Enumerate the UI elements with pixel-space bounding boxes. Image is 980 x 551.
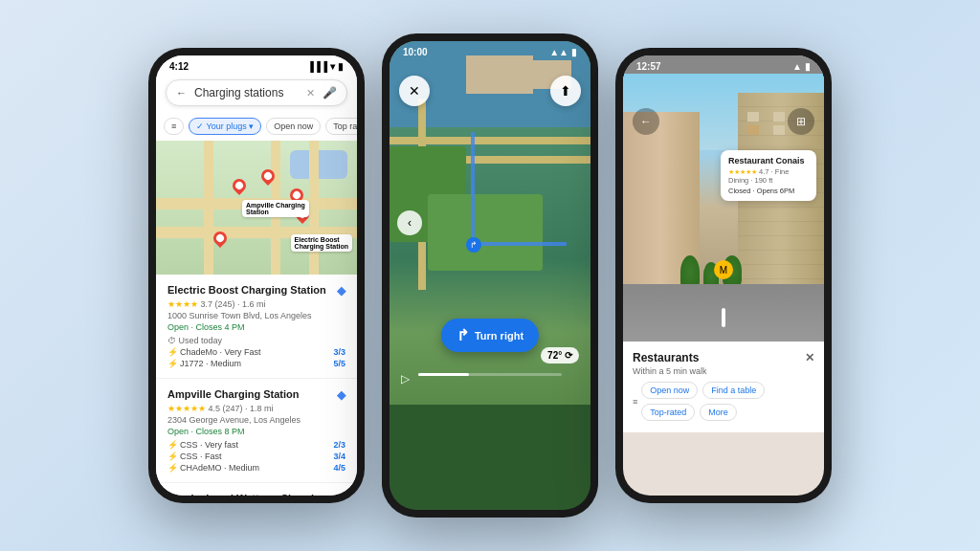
result-item-3[interactable]: Sherlock and Wattson Charging Station ◆ … — [156, 483, 357, 496]
search-text: Charging stations — [194, 86, 299, 99]
chip-top-rated[interactable]: Top-rated — [641, 404, 695, 421]
status-icons-3: ▲ ▮ — [792, 61, 811, 72]
turn-text: Turn right — [475, 330, 523, 342]
stars-1: ★★★★ — [167, 299, 198, 309]
status-bar-3: 12:57 ▲ ▮ — [623, 55, 824, 74]
result-item-2[interactable]: Ampville Charging Station ◆ ★★★★★ 4.5 (2… — [156, 379, 357, 483]
nav-route-h — [471, 242, 567, 246]
aerial-road-h2 — [466, 156, 590, 164]
charger-row-2c: ⚡CHAdeMO · Medium 4/5 — [167, 463, 345, 473]
nav-map-area[interactable]: ↱ ✕ ⬆ ‹ 72° ⟳ ↱ Turn right — [390, 41, 590, 405]
filter-icon-3: ≡ — [633, 397, 637, 407]
address-2: 2304 George Avenue, Los Angeles — [167, 415, 345, 425]
bottom-panel-subtitle: Within a 5 min walk — [633, 366, 814, 376]
filter-your-plugs[interactable]: ✓ Your plugs ▾ — [189, 118, 261, 135]
nav-share-btn[interactable]: ⬆ — [550, 76, 581, 106]
map-label-electric: Electric BoostCharging Station — [291, 234, 352, 252]
place-card-status: Closed · Opens 6PM — [728, 187, 809, 195]
status-bar-2: 10:00 ▲▲ ▮ — [390, 41, 590, 59]
result-name-3: Sherlock and Wattson Charging Station ◆ — [167, 493, 345, 496]
map-pin-1 — [230, 176, 249, 195]
bottom-chips: Open now Find a table Top-rated More — [641, 382, 814, 421]
map-road-v1 — [204, 141, 213, 275]
back-icon[interactable]: ← — [176, 87, 187, 99]
status-icons-1: ▐▐▐ ▾ ▮ — [307, 61, 344, 72]
stars-2: ★★★★★ — [167, 404, 206, 413]
used-1: ⏱ Used today — [167, 336, 345, 345]
charger-row-2b: ⚡CSS · Fast 3/4 — [167, 452, 345, 461]
place-card[interactable]: Restaurant Conais ★★★★★ 4.7 · Fine Dinin… — [721, 150, 816, 201]
chip-more[interactable]: More — [700, 404, 737, 421]
route-turn-marker: ↱ — [466, 237, 481, 253]
charger-row-2a: ⚡CSS · Very fast 2/3 — [167, 440, 345, 450]
nav-prev-btn[interactable]: ‹ — [397, 210, 422, 235]
ev-icon-1: ◆ — [337, 284, 345, 298]
street-view-area[interactable]: ← ⊞ M Restaurant Conais ★★★★★ 4.7 · Fine… — [623, 74, 824, 342]
clear-icon[interactable]: ✕ — [306, 87, 315, 99]
wifi-icon-3: ▲ — [792, 61, 802, 72]
search-bar[interactable]: ← Charging stations ✕ 🎤 — [166, 79, 347, 106]
status-bar-1: 4:12 ▐▐▐ ▾ ▮ — [156, 55, 357, 74]
battery-icon-3: ▮ — [805, 61, 811, 72]
ev-icon-3: ◆ — [337, 493, 345, 496]
phones-container: 4:12 ▐▐▐ ▾ ▮ ← Charging stations ✕ 🎤 ≡ — [148, 33, 832, 518]
chip-open-now[interactable]: Open now — [641, 382, 698, 399]
nav-close-btn[interactable]: ✕ — [399, 76, 430, 106]
phone-3: 12:57 ▲ ▮ — [615, 48, 832, 503]
result-meta-2: ★★★★★ 4.5 (247) · 1.8 mi — [167, 404, 345, 413]
time-2: 10:00 — [403, 47, 428, 57]
nav-progress-bar — [418, 373, 562, 376]
filter-bar: ≡ ✓ Your plugs ▾ Open now Top rated — [156, 114, 357, 141]
bottom-panel: Restaurants ✕ Within a 5 min walk ≡ Open… — [623, 342, 824, 432]
charger-row-1b: ⚡J1772 · Medium 5/5 — [167, 359, 345, 368]
panel-close-btn[interactable]: ✕ — [805, 351, 814, 364]
filter-open-now[interactable]: Open now — [266, 118, 321, 135]
nav-play-btn[interactable]: ▷ — [401, 372, 410, 386]
sv-road — [623, 284, 824, 342]
place-card-title: Restaurant Conais — [728, 156, 809, 165]
green-area-2 — [428, 194, 543, 271]
map-area-1[interactable]: Ampville ChargingStation Electric BoostC… — [156, 141, 357, 275]
sv-expand-btn[interactable]: ⊞ — [788, 108, 814, 135]
result-name-1: Electric Boost Charging Station ◆ — [167, 284, 345, 298]
wifi-icon-2: ▲▲ — [549, 47, 568, 57]
results-list: Electric Boost Charging Station ◆ ★★★★ 3… — [156, 275, 357, 496]
battery-icon-2: ▮ — [571, 47, 577, 57]
result-meta-1: ★★★★ 3.7 (245) · 1.6 mi — [167, 299, 345, 309]
place-card-meta: ★★★★★ 4.7 · Fine Dining · 190 ft — [728, 167, 809, 185]
map-water — [290, 150, 347, 179]
map-road-v3 — [309, 141, 319, 275]
turn-arrow-icon: ↱ — [457, 326, 469, 344]
bottom-panel-title: Restaurants ✕ — [633, 351, 814, 364]
phone-1: 4:12 ▐▐▐ ▾ ▮ ← Charging stations ✕ 🎤 ≡ — [148, 48, 365, 503]
status-icons-2: ▲▲ ▮ — [549, 47, 577, 57]
result-item-1[interactable]: Electric Boost Charging Station ◆ ★★★★ 3… — [156, 275, 357, 379]
search-bar-container: ← Charging stations ✕ 🎤 — [156, 74, 357, 114]
wifi-icon: ▾ — [330, 61, 335, 72]
rating-1: 3.7 (245) · 1.6 mi — [201, 299, 266, 309]
mic-icon[interactable]: 🎤 — [323, 86, 337, 99]
result-name-2: Ampville Charging Station ◆ — [167, 388, 345, 402]
time-1: 4:12 — [169, 61, 189, 72]
place-stars: ★★★★★ — [728, 168, 757, 175]
sv-back-btn[interactable]: ← — [633, 108, 659, 135]
sv-road-line — [722, 308, 725, 327]
chip-find-table[interactable]: Find a table — [702, 382, 765, 399]
map-label-ampville: Ampville ChargingStation — [242, 200, 309, 217]
temperature-badge: 72° ⟳ — [541, 347, 579, 364]
filter-top-rated[interactable]: Top rated — [325, 118, 357, 135]
charger-row-1a: ⚡ChadeMo · Very Fast 3/3 — [167, 347, 345, 357]
phone-2: 10:00 ▲▲ ▮ — [382, 33, 598, 518]
nav-progress-fill — [418, 373, 469, 376]
nav-route-v — [471, 132, 475, 247]
time-3: 12:57 — [636, 61, 661, 72]
status-2: Open · Closes 8 PM — [167, 427, 345, 436]
address-1: 1000 Sunrise Town Blvd, Los Angeles — [167, 311, 345, 320]
place-marker[interactable]: M — [714, 260, 733, 279]
battery-icon: ▮ — [338, 61, 344, 72]
nav-turn-instruction: ↱ Turn right — [441, 319, 539, 352]
ev-icon-2: ◆ — [337, 388, 345, 402]
filter-options[interactable]: ≡ — [164, 118, 184, 135]
signal-icon: ▐▐▐ — [307, 61, 327, 72]
status-1: Open · Closes 4 PM — [167, 322, 345, 332]
